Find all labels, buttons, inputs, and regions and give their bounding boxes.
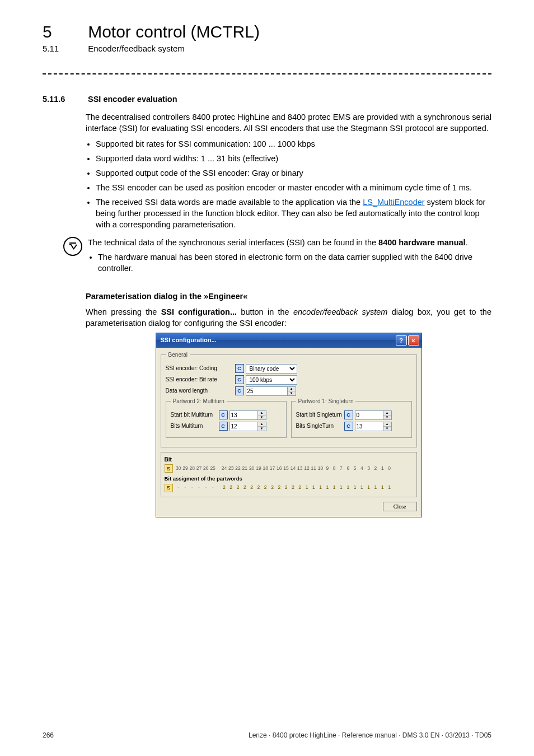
dataword-label: Data word length [166, 387, 235, 395]
general-group: General SSI encoder: Coding C Binary cod… [161, 351, 417, 447]
param-dialog-intro: When pressing the SSI configuration... b… [86, 306, 491, 329]
subsection-heading: 5.11.6 SSI encoder evaluation [43, 95, 491, 104]
bitrate-select[interactable]: 100 kbps [246, 375, 297, 385]
footer-text: Lenze · 8400 protec HighLine · Reference… [249, 731, 491, 739]
startbit-multi-label: Start bit Multiturn [171, 411, 219, 419]
param-c-icon[interactable]: C [344, 422, 353, 431]
partword1-legend: Partword 1: Singleturn [296, 398, 356, 405]
bit-assignment-row: S ------2222222222221111111111111 [165, 484, 413, 492]
partword2-legend: Partword 2: Multiturn [171, 398, 227, 405]
intro-paragraph: The decentralised controllers 8400 prote… [86, 111, 491, 134]
chapter-line: 5 Motor control (MCTRL) [43, 22, 491, 41]
note-text: The technical data of the synchronous se… [88, 237, 491, 277]
bit-assignment-label: Bit assigment of the partwords [165, 475, 413, 482]
note-icon [63, 237, 82, 256]
spinner-buttons[interactable]: ▲▼ [383, 422, 392, 431]
partword2-group: Partword 2: Multiturn Start bit Multitur… [166, 398, 287, 438]
close-icon[interactable]: × [408, 335, 419, 346]
close-button[interactable]: Close [383, 502, 417, 511]
param-c-icon[interactable]: C [235, 364, 244, 373]
chapter-title: Motor control (MCTRL) [88, 22, 260, 41]
list-item: Supported bit rates for SSI communicatio… [96, 138, 491, 150]
chevron-down-icon[interactable]: ▼ [258, 416, 266, 419]
chevron-down-icon[interactable]: ▼ [258, 427, 266, 431]
section-number: 5.11 [43, 44, 86, 53]
spinner-buttons[interactable]: ▲▼ [287, 386, 296, 396]
param-c-icon[interactable]: C [344, 410, 353, 419]
subsection-number: 5.11.6 [43, 95, 86, 104]
chevron-up-icon[interactable]: ▲ [258, 422, 266, 427]
coding-select[interactable]: Binary code [246, 364, 297, 374]
ssi-config-dialog: SSI configuration... ? × General SSI enc… [156, 333, 421, 517]
spinner-buttons[interactable]: ▲▼ [383, 410, 392, 420]
bits-multi-label: Bits Multiturn [171, 422, 219, 430]
param-c-icon[interactable]: C [235, 386, 244, 395]
bits-single-label: Bits SingleTurn [296, 422, 344, 430]
bit-index-row: S 30292827262524232221201918171615141312… [165, 464, 413, 473]
chevron-down-icon[interactable]: ▼ [288, 391, 296, 395]
chevron-up-icon[interactable]: ▲ [258, 411, 266, 416]
dialog-help-button[interactable]: ? [396, 335, 407, 346]
bit-title: Bit [165, 456, 413, 464]
bit-assignment-values: ------2222222222221111111111111 [175, 484, 393, 491]
startbit-single-input[interactable] [355, 410, 383, 420]
ls-multiencoder-link[interactable]: LS_MultiEncoder [363, 198, 424, 207]
chevron-up-icon[interactable]: ▲ [383, 411, 391, 416]
bits-single-input[interactable] [355, 422, 383, 431]
param-c-icon[interactable]: C [219, 422, 228, 431]
chevron-down-icon[interactable]: ▼ [383, 427, 391, 431]
param-c-icon[interactable]: C [219, 410, 228, 419]
list-item: Supported data word widths: 1 ... 31 bit… [96, 153, 491, 164]
divider [43, 73, 491, 74]
list-item: The received SSI data words are made ava… [96, 197, 491, 230]
note-sub-item: The hardware manual has been stored in e… [98, 251, 491, 274]
page-footer: 266 Lenze · 8400 protec HighLine · Refer… [43, 731, 491, 739]
coding-label: SSI encoder: Coding [166, 365, 235, 372]
startbit-single-label: Start bit Singleturn [296, 411, 344, 419]
spinner-buttons[interactable]: ▲▼ [257, 422, 266, 431]
startbit-multi-input[interactable] [229, 410, 257, 420]
chevron-up-icon[interactable]: ▲ [288, 387, 296, 391]
dataword-input[interactable] [246, 386, 287, 396]
param-c-icon[interactable]: C [235, 375, 244, 384]
s-badge: S [165, 484, 173, 492]
list-item: The SSI encoder can be used as position … [96, 182, 491, 193]
section-title: Encoder/feedback system [88, 44, 185, 53]
spinner-buttons[interactable]: ▲▼ [257, 410, 266, 420]
general-legend: General [166, 351, 190, 359]
bits-multi-input[interactable] [229, 422, 257, 431]
section-line: 5.11 Encoder/feedback system [43, 44, 491, 53]
chevron-down-icon[interactable]: ▼ [383, 416, 391, 419]
svg-point-0 [76, 245, 77, 246]
subsection-title: SSI encoder evaluation [88, 95, 177, 104]
chevron-up-icon[interactable]: ▲ [383, 422, 391, 427]
list-item: Supported output code of the SSI encoder… [96, 167, 491, 179]
bit-numbers: 3029282726252423222120191817161514131211… [175, 465, 393, 472]
param-dialog-heading: Parameterisation dialog in the »Engineer… [86, 291, 491, 302]
feature-list: Supported bit rates for SSI communicatio… [86, 138, 491, 230]
bitrate-label: SSI encoder: Bit rate [166, 376, 235, 384]
dialog-titlebar[interactable]: SSI configuration... ? × [156, 333, 421, 348]
chapter-number: 5 [43, 22, 86, 41]
s-badge: S [165, 464, 173, 473]
page-number: 266 [43, 731, 54, 739]
bit-group: Bit S 3029282726252423222120191817161514… [161, 452, 417, 497]
partword1-group: Partword 1: Singleturn Start bit Singlet… [291, 398, 412, 438]
dialog-title: SSI configuration... [161, 336, 217, 344]
